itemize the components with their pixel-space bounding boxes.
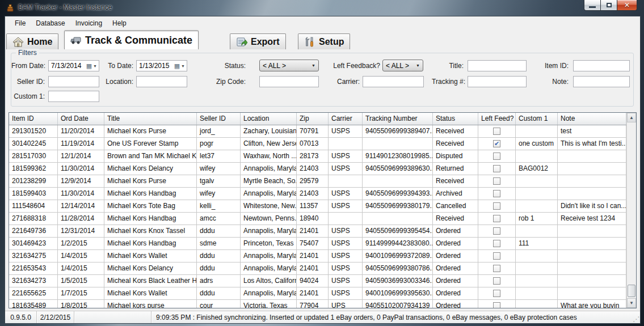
col-header-ord-date[interactable]: Ord Date <box>58 113 104 125</box>
col-header-item-id[interactable]: Item ID <box>9 113 58 125</box>
col-header-location[interactable]: Location <box>241 113 297 125</box>
scroll-up-icon[interactable]: ▲ <box>627 113 636 122</box>
col-header-note[interactable]: Note <box>558 113 626 125</box>
item-id-filter-input[interactable] <box>573 60 630 71</box>
table-row[interactable]: 29130152011/20/2014Michael Kors Pursejor… <box>9 125 636 138</box>
maximize-button[interactable] <box>601 0 617 11</box>
seller-id-filter-input[interactable] <box>48 76 99 87</box>
left-feedback-checkbox[interactable] <box>493 252 500 260</box>
table-row[interactable]: 28151703012/1/2014Brown and Tan MK Micha… <box>9 150 636 163</box>
col-header-title[interactable]: Title <box>104 113 197 125</box>
left-feedback-checkbox[interactable] <box>493 227 500 235</box>
window-controls: ✕ <box>584 0 637 11</box>
table-row[interactable]: 20123829912/9/2014Michael Kors Pursetgal… <box>9 175 636 188</box>
location-filter-input[interactable] <box>136 76 187 87</box>
location-filter-label: Location: <box>96 78 133 86</box>
col-header-left-feed[interactable]: Left Feed? <box>478 113 516 125</box>
cell-left-feed <box>478 238 516 250</box>
cell-item-id: 111548604 <box>9 200 58 213</box>
left-feedback-label: Left Feedback? <box>326 62 380 70</box>
table-row[interactable]: 2216556251/7/2015Michael Kors Walletdddu… <box>9 287 636 300</box>
tab-label: Home <box>27 37 52 47</box>
cell-seller-id: let37 <box>197 150 241 163</box>
vertical-scrollbar[interactable]: ▲ ▼ <box>626 113 636 308</box>
left-feedback-checkbox[interactable] <box>493 290 500 297</box>
table-row[interactable]: 22164973612/31/2014Michael Kors Knox Tas… <box>9 225 636 238</box>
table-row[interactable]: 30140224511/19/2014One US Forever Stampp… <box>9 138 636 150</box>
table-row[interactable]: 18159936211/30/2014Michael Kors Delancyw… <box>9 163 636 175</box>
title-filter-input[interactable] <box>468 60 527 71</box>
left-feedback-checkbox[interactable] <box>493 277 500 285</box>
col-header-status[interactable]: Status <box>433 113 478 125</box>
cell-left-feed <box>478 188 516 200</box>
to-date-picker[interactable]: 1/13/2015 ▦ ▼ <box>136 60 187 71</box>
cell-custom1 <box>516 150 558 163</box>
tab-setup[interactable]: Setup <box>298 33 350 49</box>
cell-ord-date: 1/4/2015 <box>58 263 104 275</box>
left-feedback-checkbox[interactable] <box>493 128 500 135</box>
left-feedback-checkbox[interactable] <box>493 240 500 247</box>
cell-status: Ordered <box>433 275 478 287</box>
minimize-button[interactable] <box>584 0 601 11</box>
custom1-filter-label: Custom 1: <box>11 92 45 100</box>
col-header-tracking[interactable]: Tracking Number <box>363 113 433 125</box>
col-header-custom1[interactable]: Custom 1 <box>516 113 558 125</box>
cell-left-feed <box>478 300 516 308</box>
left-feedback-checkbox[interactable]: ✔ <box>493 140 500 147</box>
left-feedback-checkbox[interactable] <box>493 153 500 160</box>
table-row[interactable]: 3216342751/4/2015Michael Kors Walletdddu… <box>9 250 636 263</box>
tab-export[interactable]: Export <box>230 33 286 49</box>
from-date-value: 7/13/2014 <box>49 62 86 70</box>
cell-location: Newtown, Penns... <box>241 213 297 225</box>
menu-file[interactable]: File <box>10 18 31 29</box>
left-feedback-checkbox[interactable] <box>493 177 500 185</box>
custom1-filter-input[interactable] <box>48 91 99 102</box>
menu-invoicing[interactable]: Invoicing <box>70 18 107 29</box>
filters-groupbox: Filters From Date: 7/13/2014 ▦ ▼ To Date… <box>11 53 634 107</box>
cell-title: Michael Kors Purse <box>104 175 197 188</box>
scroll-down-icon[interactable]: ▼ <box>627 298 636 308</box>
left-feedback-checkbox[interactable] <box>493 202 500 210</box>
left-feedback-checkbox[interactable] <box>493 190 500 197</box>
cell-tracking: 91149999442383080... <box>363 238 433 250</box>
tab-home[interactable]: Home <box>6 33 58 49</box>
left-feedback-dropdown[interactable]: < ALL > ▼ <box>382 60 423 71</box>
table-row[interactable]: 27168831811/28/2014Michael Kors Handbaga… <box>9 213 636 225</box>
orders-grid: Item ID Ord Date Title Seller ID Locatio… <box>9 112 637 308</box>
menu-help[interactable]: Help <box>107 18 132 29</box>
cell-title: Michael Kors Handbag <box>104 188 197 200</box>
table-row[interactable]: 11154860412/14/2014Michael Kors Tote Bag… <box>9 200 636 213</box>
cell-zip: 21403 <box>297 163 329 175</box>
cell-seller-id: dddu <box>197 287 241 300</box>
cell-status: Ordered <box>433 263 478 275</box>
cell-location: Zachary, Louisiana <box>241 125 297 138</box>
table-row[interactable]: 2216535431/4/2015Michael Kors Delancyddd… <box>9 263 636 275</box>
menu-database[interactable]: Database <box>31 18 70 29</box>
left-feedback-checkbox[interactable] <box>493 302 500 308</box>
col-header-seller-id[interactable]: Seller ID <box>197 113 241 125</box>
cell-carrier: USPS <box>329 188 363 200</box>
cell-location: Waxhaw, North ... <box>241 150 297 163</box>
tab-track-communicate[interactable]: Track & Communicate <box>64 31 199 49</box>
col-header-zip[interactable]: Zip <box>297 113 329 125</box>
table-row[interactable]: 1816354891/8/2015Michael kors pursecourV… <box>9 300 636 308</box>
left-feedback-checkbox[interactable] <box>493 165 500 172</box>
table-row[interactable]: 3014694231/2/2015Michael Kors Handbagsdm… <box>9 238 636 250</box>
left-feedback-checkbox[interactable] <box>493 265 500 272</box>
status-dropdown[interactable]: < ALL > ▼ <box>259 60 319 71</box>
note-filter-input[interactable] <box>573 76 630 87</box>
cell-seller-id: amcc <box>197 213 241 225</box>
left-feedback-checkbox[interactable] <box>493 215 500 222</box>
scrollbar-thumb[interactable] <box>628 285 635 297</box>
col-header-carrier[interactable]: Carrier <box>329 113 363 125</box>
from-date-picker[interactable]: 7/13/2014 ▦ ▼ <box>48 60 99 71</box>
cell-carrier: USPS <box>329 275 363 287</box>
cell-custom1: 111 <box>516 238 558 250</box>
resize-grip[interactable]: ⋰ <box>633 315 639 323</box>
cell-left-feed <box>478 175 516 188</box>
tracking-filter-input[interactable] <box>468 76 527 87</box>
close-button[interactable]: ✕ <box>617 0 637 11</box>
table-row[interactable]: 3216342731/5/2015Micheal Kors Black Leat… <box>9 275 636 287</box>
cell-note <box>558 175 626 188</box>
table-row[interactable]: 18159940311/30/2014Michael Kors Handbagw… <box>9 188 636 200</box>
